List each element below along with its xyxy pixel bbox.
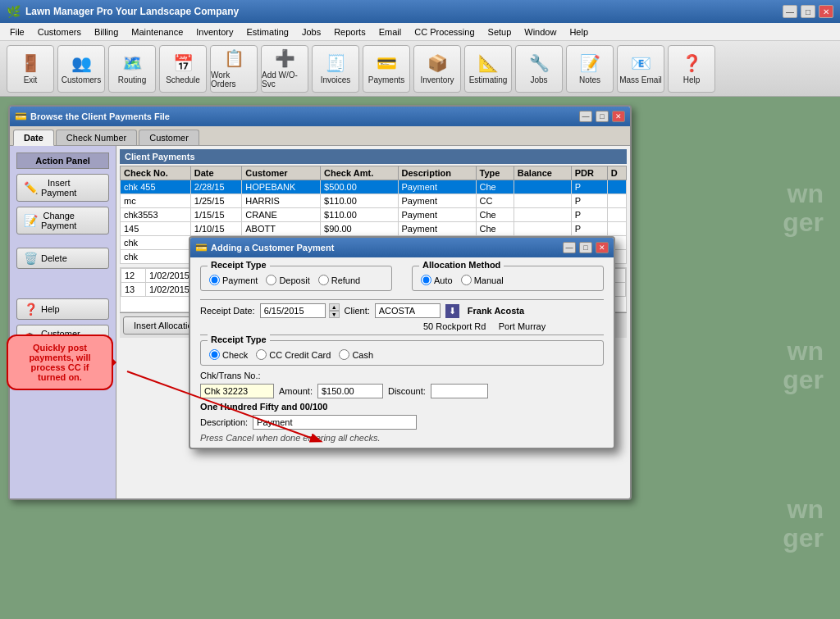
toolbar-help[interactable]: ❓ Help bbox=[668, 45, 715, 93]
discount-input[interactable] bbox=[431, 384, 488, 398]
menu-help[interactable]: Help bbox=[563, 25, 595, 39]
toolbar-schedule[interactable]: 📅 Schedule bbox=[159, 45, 207, 93]
toolbar-addwosvc[interactable]: ➕ Add W/O-Svc bbox=[261, 45, 308, 93]
date-input[interactable] bbox=[260, 303, 326, 318]
col-description: Description bbox=[398, 166, 476, 180]
dialog-close[interactable]: ✕ bbox=[596, 242, 609, 253]
menu-inventory[interactable]: Inventory bbox=[189, 25, 240, 39]
action-panel: Action Panel ✏️ InsertPayment 📝 ChangePa… bbox=[10, 146, 116, 498]
cell-pdr: P bbox=[571, 194, 607, 208]
menu-file[interactable]: File bbox=[3, 25, 31, 39]
menu-email[interactable]: Email bbox=[372, 25, 409, 39]
receipt-type2-legend: Receipt Type bbox=[208, 335, 270, 344]
date-down[interactable]: ▼ bbox=[329, 311, 340, 318]
cell-type: CC bbox=[476, 194, 514, 208]
receipt-type-legend: Receipt Type bbox=[208, 260, 270, 270]
toolbar-exit[interactable]: 🚪 Exit bbox=[7, 45, 54, 93]
menu-window[interactable]: Window bbox=[518, 25, 563, 39]
chk-input[interactable] bbox=[200, 384, 274, 398]
cell-desc: Payment bbox=[398, 208, 476, 222]
client-dropdown-button[interactable]: ⬇ bbox=[445, 304, 459, 318]
tab-check-number[interactable]: Check Number bbox=[56, 130, 137, 145]
radio-refund[interactable]: Refund bbox=[318, 275, 360, 285]
insert-payment-button[interactable]: ✏️ InsertPayment bbox=[16, 174, 109, 202]
cell-check-no: chk bbox=[121, 250, 191, 264]
delete-button[interactable]: 🗑️ Delete bbox=[16, 248, 109, 269]
client-label: Client: bbox=[345, 306, 370, 316]
toolbar-routing[interactable]: 🗺️ Routing bbox=[108, 45, 156, 93]
cell-check-no: chk bbox=[121, 236, 191, 250]
radio-cc[interactable]: CC Credit Card bbox=[256, 349, 331, 360]
cell-d bbox=[607, 222, 626, 236]
action-panel-title: Action Panel bbox=[16, 152, 109, 169]
table-row[interactable]: mc 1/25/15 HARRIS $110.00 Payment CC P bbox=[121, 194, 627, 208]
table-row[interactable]: chk3553 1/15/15 CRANE $110.00 Payment Ch… bbox=[121, 208, 627, 222]
radio-payment[interactable]: Payment bbox=[209, 275, 258, 285]
tab-customer[interactable]: Customer bbox=[139, 130, 199, 145]
estimating-label: Estimating bbox=[469, 75, 508, 84]
cell-pdr: P bbox=[571, 180, 607, 194]
description-input[interactable] bbox=[253, 415, 417, 430]
help-panel-button[interactable]: ❓ Help bbox=[16, 298, 109, 320]
toolbar-massemail[interactable]: 📧 Mass Email bbox=[617, 45, 664, 93]
table-row[interactable]: 145 1/10/15 ABOTT $90.00 Payment Che P bbox=[121, 222, 627, 236]
toolbar-workorders[interactable]: 📋 Work Orders bbox=[210, 45, 258, 93]
menu-cc-processing[interactable]: CC Processing bbox=[408, 25, 481, 39]
workorders-icon: 📋 bbox=[224, 48, 244, 68]
cell-desc: Payment bbox=[398, 222, 476, 236]
cell-amount: $110.00 bbox=[321, 208, 398, 222]
toolbar-estimating[interactable]: 📐 Estimating bbox=[464, 45, 512, 93]
press-cancel-text: Press Cancel when done entering all chec… bbox=[200, 433, 604, 443]
maximize-button[interactable]: □ bbox=[801, 5, 815, 18]
radio-check[interactable]: Check bbox=[209, 349, 248, 360]
tab-date[interactable]: Date bbox=[13, 130, 54, 146]
radio-auto[interactable]: Auto bbox=[421, 275, 453, 285]
menu-bar: File Customers Billing Maintenance Inven… bbox=[0, 23, 840, 41]
routing-label: Routing bbox=[118, 75, 146, 84]
cell-balance bbox=[514, 222, 571, 236]
cell-type: Che bbox=[476, 180, 514, 194]
client-address: 50 Rockport Rd Port Murray bbox=[423, 321, 610, 331]
cell-type: Che bbox=[476, 208, 514, 222]
menu-reports[interactable]: Reports bbox=[327, 25, 372, 39]
menu-billing[interactable]: Billing bbox=[88, 25, 125, 39]
cell-customer: CRANE bbox=[242, 208, 321, 222]
client-input[interactable] bbox=[375, 303, 441, 318]
radio-manual[interactable]: Manual bbox=[461, 275, 504, 285]
toolbar-invoices[interactable]: 🧾 Invoices bbox=[312, 45, 359, 93]
browse-close[interactable]: ✕ bbox=[612, 111, 625, 122]
browse-title-bar: 💳 Browse the Client Payments File — □ ✕ bbox=[10, 107, 630, 126]
cell-num: 12 bbox=[121, 269, 146, 283]
dialog-maximize[interactable]: □ bbox=[579, 242, 592, 253]
toolbar-payments[interactable]: 💳 Payments bbox=[363, 45, 410, 93]
delete-icon: 🗑️ bbox=[24, 252, 38, 265]
menu-customers[interactable]: Customers bbox=[31, 25, 88, 39]
dialog-minimize[interactable]: — bbox=[563, 242, 576, 253]
help-label: Help bbox=[683, 75, 701, 84]
change-payment-button[interactable]: 📝 ChangePayment bbox=[16, 207, 109, 234]
toolbar-jobs[interactable]: 🔧 Jobs bbox=[515, 45, 563, 93]
jobs-label: Jobs bbox=[530, 75, 547, 84]
table-row[interactable]: chk 455 2/28/15 HOPEBANK $500.00 Payment… bbox=[121, 180, 627, 194]
toolbar-customers[interactable]: 👥 Customers bbox=[57, 45, 105, 93]
minimize-button[interactable]: — bbox=[783, 5, 797, 18]
radio-cash[interactable]: Cash bbox=[339, 349, 373, 360]
date-spinner[interactable]: ▲ ▼ bbox=[329, 303, 340, 318]
browse-maximize[interactable]: □ bbox=[596, 111, 609, 122]
menu-jobs[interactable]: Jobs bbox=[295, 25, 327, 39]
browse-minimize[interactable]: — bbox=[579, 111, 592, 122]
menu-setup[interactable]: Setup bbox=[482, 25, 518, 39]
chk-amount-row: Amount: Discount: bbox=[200, 384, 604, 398]
amount-input[interactable] bbox=[317, 384, 383, 398]
close-button[interactable]: ✕ bbox=[819, 5, 833, 18]
payments-section-header: Client Payments bbox=[120, 149, 627, 164]
menu-estimating[interactable]: Estimating bbox=[240, 25, 295, 39]
menu-maintenance[interactable]: Maintenance bbox=[125, 25, 189, 39]
toolbar-inventory[interactable]: 📦 Inventory bbox=[413, 45, 461, 93]
browse-tabs: Date Check Number Customer bbox=[10, 126, 630, 146]
cell-desc: Payment bbox=[398, 180, 476, 194]
radio-deposit[interactable]: Deposit bbox=[266, 275, 309, 285]
date-up[interactable]: ▲ bbox=[329, 303, 340, 311]
title-bar: 🌿 Lawn Manager Pro Your Landscape Compan… bbox=[0, 0, 840, 23]
toolbar-notes[interactable]: 📝 Notes bbox=[566, 45, 614, 93]
